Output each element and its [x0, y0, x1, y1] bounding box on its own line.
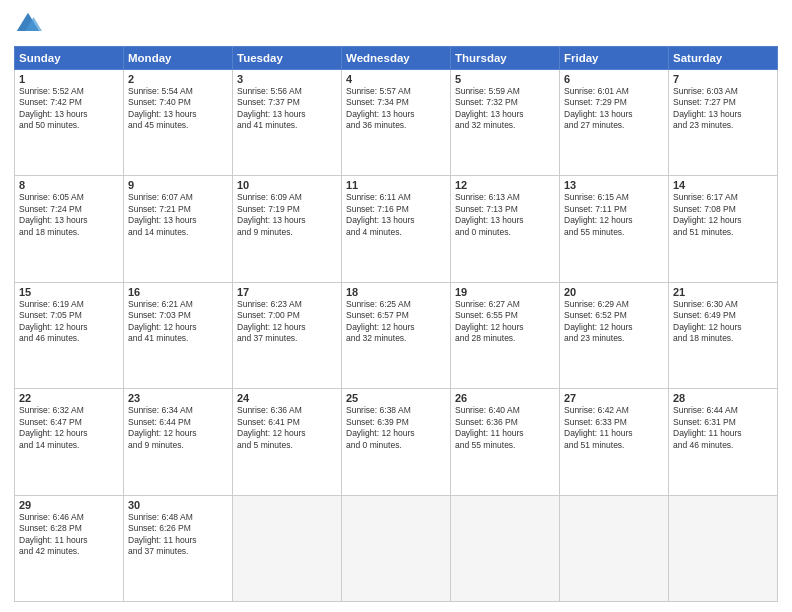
- day-number: 5: [455, 73, 555, 85]
- day-info: Sunrise: 6:38 AMSunset: 6:39 PMDaylight:…: [346, 405, 446, 451]
- day-number: 12: [455, 179, 555, 191]
- calendar-header-cell: Sunday: [15, 47, 124, 70]
- day-info: Sunrise: 5:54 AMSunset: 7:40 PMDaylight:…: [128, 86, 228, 132]
- calendar-day-cell: 29Sunrise: 6:46 AMSunset: 6:28 PMDayligh…: [15, 495, 124, 601]
- calendar-header-row: SundayMondayTuesdayWednesdayThursdayFrid…: [15, 47, 778, 70]
- day-number: 7: [673, 73, 773, 85]
- day-info: Sunrise: 6:19 AMSunset: 7:05 PMDaylight:…: [19, 299, 119, 345]
- day-number: 22: [19, 392, 119, 404]
- calendar-day-cell: [451, 495, 560, 601]
- day-info: Sunrise: 6:42 AMSunset: 6:33 PMDaylight:…: [564, 405, 664, 451]
- day-number: 27: [564, 392, 664, 404]
- day-info: Sunrise: 6:29 AMSunset: 6:52 PMDaylight:…: [564, 299, 664, 345]
- day-number: 4: [346, 73, 446, 85]
- day-info: Sunrise: 6:36 AMSunset: 6:41 PMDaylight:…: [237, 405, 337, 451]
- calendar-day-cell: 22Sunrise: 6:32 AMSunset: 6:47 PMDayligh…: [15, 389, 124, 495]
- calendar-day-cell: 2Sunrise: 5:54 AMSunset: 7:40 PMDaylight…: [124, 70, 233, 176]
- calendar-day-cell: 24Sunrise: 6:36 AMSunset: 6:41 PMDayligh…: [233, 389, 342, 495]
- calendar-day-cell: 14Sunrise: 6:17 AMSunset: 7:08 PMDayligh…: [669, 176, 778, 282]
- calendar-week-row: 15Sunrise: 6:19 AMSunset: 7:05 PMDayligh…: [15, 282, 778, 388]
- calendar-header-cell: Thursday: [451, 47, 560, 70]
- calendar-day-cell: 27Sunrise: 6:42 AMSunset: 6:33 PMDayligh…: [560, 389, 669, 495]
- calendar-day-cell: 11Sunrise: 6:11 AMSunset: 7:16 PMDayligh…: [342, 176, 451, 282]
- calendar-day-cell: 13Sunrise: 6:15 AMSunset: 7:11 PMDayligh…: [560, 176, 669, 282]
- calendar-day-cell: 30Sunrise: 6:48 AMSunset: 6:26 PMDayligh…: [124, 495, 233, 601]
- calendar-day-cell: 3Sunrise: 5:56 AMSunset: 7:37 PMDaylight…: [233, 70, 342, 176]
- day-info: Sunrise: 6:48 AMSunset: 6:26 PMDaylight:…: [128, 512, 228, 558]
- calendar-day-cell: 10Sunrise: 6:09 AMSunset: 7:19 PMDayligh…: [233, 176, 342, 282]
- day-number: 26: [455, 392, 555, 404]
- calendar-day-cell: 21Sunrise: 6:30 AMSunset: 6:49 PMDayligh…: [669, 282, 778, 388]
- calendar-day-cell: 1Sunrise: 5:52 AMSunset: 7:42 PMDaylight…: [15, 70, 124, 176]
- day-info: Sunrise: 6:27 AMSunset: 6:55 PMDaylight:…: [455, 299, 555, 345]
- day-number: 11: [346, 179, 446, 191]
- day-info: Sunrise: 6:15 AMSunset: 7:11 PMDaylight:…: [564, 192, 664, 238]
- calendar-week-row: 1Sunrise: 5:52 AMSunset: 7:42 PMDaylight…: [15, 70, 778, 176]
- day-number: 17: [237, 286, 337, 298]
- day-number: 29: [19, 499, 119, 511]
- day-info: Sunrise: 6:32 AMSunset: 6:47 PMDaylight:…: [19, 405, 119, 451]
- day-number: 2: [128, 73, 228, 85]
- day-info: Sunrise: 6:09 AMSunset: 7:19 PMDaylight:…: [237, 192, 337, 238]
- calendar-week-row: 22Sunrise: 6:32 AMSunset: 6:47 PMDayligh…: [15, 389, 778, 495]
- calendar-day-cell: 20Sunrise: 6:29 AMSunset: 6:52 PMDayligh…: [560, 282, 669, 388]
- day-info: Sunrise: 6:17 AMSunset: 7:08 PMDaylight:…: [673, 192, 773, 238]
- day-number: 13: [564, 179, 664, 191]
- day-number: 20: [564, 286, 664, 298]
- calendar-header-cell: Friday: [560, 47, 669, 70]
- calendar-day-cell: [233, 495, 342, 601]
- day-info: Sunrise: 6:30 AMSunset: 6:49 PMDaylight:…: [673, 299, 773, 345]
- day-info: Sunrise: 6:44 AMSunset: 6:31 PMDaylight:…: [673, 405, 773, 451]
- day-number: 1: [19, 73, 119, 85]
- calendar-body: 1Sunrise: 5:52 AMSunset: 7:42 PMDaylight…: [15, 70, 778, 602]
- calendar-header-cell: Tuesday: [233, 47, 342, 70]
- day-info: Sunrise: 6:34 AMSunset: 6:44 PMDaylight:…: [128, 405, 228, 451]
- day-number: 6: [564, 73, 664, 85]
- day-number: 21: [673, 286, 773, 298]
- calendar-header-cell: Monday: [124, 47, 233, 70]
- day-info: Sunrise: 6:03 AMSunset: 7:27 PMDaylight:…: [673, 86, 773, 132]
- day-number: 10: [237, 179, 337, 191]
- day-number: 23: [128, 392, 228, 404]
- logo: [14, 10, 46, 38]
- day-info: Sunrise: 6:23 AMSunset: 7:00 PMDaylight:…: [237, 299, 337, 345]
- calendar-day-cell: [342, 495, 451, 601]
- calendar-day-cell: [560, 495, 669, 601]
- day-number: 14: [673, 179, 773, 191]
- day-number: 19: [455, 286, 555, 298]
- calendar-day-cell: 23Sunrise: 6:34 AMSunset: 6:44 PMDayligh…: [124, 389, 233, 495]
- day-number: 9: [128, 179, 228, 191]
- calendar-day-cell: 12Sunrise: 6:13 AMSunset: 7:13 PMDayligh…: [451, 176, 560, 282]
- calendar-day-cell: 8Sunrise: 6:05 AMSunset: 7:24 PMDaylight…: [15, 176, 124, 282]
- day-info: Sunrise: 5:52 AMSunset: 7:42 PMDaylight:…: [19, 86, 119, 132]
- day-info: Sunrise: 6:21 AMSunset: 7:03 PMDaylight:…: [128, 299, 228, 345]
- calendar-week-row: 29Sunrise: 6:46 AMSunset: 6:28 PMDayligh…: [15, 495, 778, 601]
- calendar-day-cell: 17Sunrise: 6:23 AMSunset: 7:00 PMDayligh…: [233, 282, 342, 388]
- calendar-day-cell: 9Sunrise: 6:07 AMSunset: 7:21 PMDaylight…: [124, 176, 233, 282]
- page: SundayMondayTuesdayWednesdayThursdayFrid…: [0, 0, 792, 612]
- day-info: Sunrise: 5:59 AMSunset: 7:32 PMDaylight:…: [455, 86, 555, 132]
- day-info: Sunrise: 5:57 AMSunset: 7:34 PMDaylight:…: [346, 86, 446, 132]
- day-number: 30: [128, 499, 228, 511]
- calendar-day-cell: 26Sunrise: 6:40 AMSunset: 6:36 PMDayligh…: [451, 389, 560, 495]
- calendar-day-cell: 5Sunrise: 5:59 AMSunset: 7:32 PMDaylight…: [451, 70, 560, 176]
- day-info: Sunrise: 6:25 AMSunset: 6:57 PMDaylight:…: [346, 299, 446, 345]
- day-info: Sunrise: 6:01 AMSunset: 7:29 PMDaylight:…: [564, 86, 664, 132]
- calendar-day-cell: 25Sunrise: 6:38 AMSunset: 6:39 PMDayligh…: [342, 389, 451, 495]
- day-number: 28: [673, 392, 773, 404]
- calendar: SundayMondayTuesdayWednesdayThursdayFrid…: [14, 46, 778, 602]
- calendar-day-cell: 16Sunrise: 6:21 AMSunset: 7:03 PMDayligh…: [124, 282, 233, 388]
- calendar-day-cell: 18Sunrise: 6:25 AMSunset: 6:57 PMDayligh…: [342, 282, 451, 388]
- day-number: 15: [19, 286, 119, 298]
- day-info: Sunrise: 6:46 AMSunset: 6:28 PMDaylight:…: [19, 512, 119, 558]
- calendar-week-row: 8Sunrise: 6:05 AMSunset: 7:24 PMDaylight…: [15, 176, 778, 282]
- day-info: Sunrise: 6:07 AMSunset: 7:21 PMDaylight:…: [128, 192, 228, 238]
- day-info: Sunrise: 6:40 AMSunset: 6:36 PMDaylight:…: [455, 405, 555, 451]
- calendar-header-cell: Wednesday: [342, 47, 451, 70]
- calendar-day-cell: 6Sunrise: 6:01 AMSunset: 7:29 PMDaylight…: [560, 70, 669, 176]
- calendar-day-cell: 4Sunrise: 5:57 AMSunset: 7:34 PMDaylight…: [342, 70, 451, 176]
- day-number: 3: [237, 73, 337, 85]
- day-number: 8: [19, 179, 119, 191]
- day-number: 18: [346, 286, 446, 298]
- day-info: Sunrise: 6:11 AMSunset: 7:16 PMDaylight:…: [346, 192, 446, 238]
